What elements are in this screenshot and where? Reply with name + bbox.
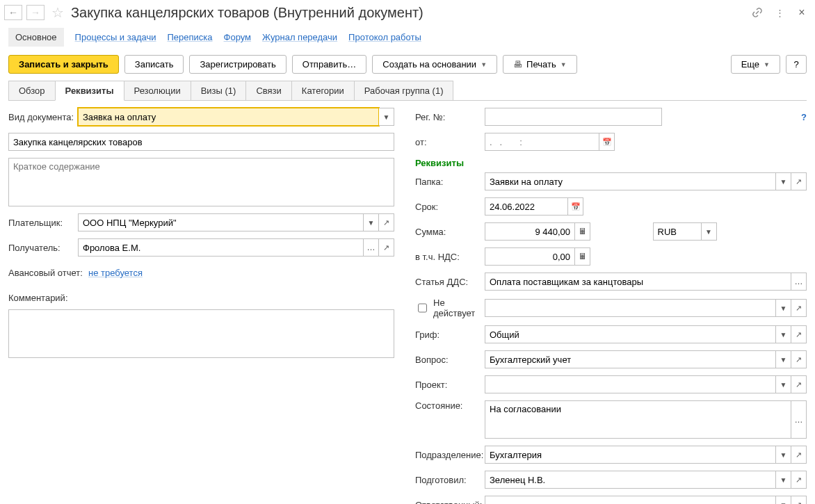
open-button[interactable] bbox=[379, 238, 394, 257]
due-input[interactable] bbox=[485, 197, 568, 216]
save-button[interactable]: Записать bbox=[124, 55, 184, 74]
comment-label: Комментарий: bbox=[8, 293, 78, 303]
calendar-button[interactable] bbox=[599, 133, 615, 151]
tab-resolutions[interactable]: Резолюции bbox=[124, 81, 191, 100]
dropdown-button[interactable]: ▼ bbox=[776, 325, 791, 343]
chevron-down-icon: ▼ bbox=[560, 61, 567, 68]
help-icon[interactable]: ? bbox=[801, 112, 807, 122]
favorite-star-icon[interactable]: ☆ bbox=[51, 4, 64, 21]
question-input[interactable] bbox=[485, 350, 776, 368]
open-button[interactable] bbox=[791, 172, 807, 190]
advance-label: Авансовый отчет: bbox=[8, 268, 88, 278]
grif-input[interactable] bbox=[485, 325, 776, 343]
dept-label: Подразделение: bbox=[415, 450, 485, 460]
help-button[interactable]: ? bbox=[786, 55, 807, 74]
link-icon[interactable] bbox=[751, 6, 764, 19]
navlink-journal[interactable]: Журнал передачи bbox=[262, 32, 337, 42]
doc-type-label: Вид документа: bbox=[8, 112, 78, 122]
folder-label: Папка: bbox=[415, 177, 485, 187]
open-button[interactable] bbox=[791, 471, 807, 489]
create-based-button[interactable]: Создать на основании ▼ bbox=[372, 55, 497, 74]
calculator-button[interactable] bbox=[575, 222, 590, 241]
calendar-button[interactable] bbox=[568, 197, 583, 216]
open-button[interactable] bbox=[791, 375, 807, 393]
nav-back-button[interactable]: ← bbox=[4, 5, 22, 20]
project-label: Проект: bbox=[415, 380, 485, 390]
responsible-input[interactable] bbox=[485, 496, 776, 504]
navlink-main[interactable]: Основное bbox=[8, 28, 64, 47]
dropdown-button[interactable]: ▼ bbox=[364, 213, 379, 231]
inactive-label: Не действует bbox=[433, 298, 485, 318]
dds-label: Статья ДДС: bbox=[415, 277, 485, 287]
navlink-forum[interactable]: Форум bbox=[224, 32, 252, 42]
from-date-input[interactable] bbox=[485, 133, 599, 151]
print-label: Печать bbox=[526, 59, 556, 70]
tab-links[interactable]: Связи bbox=[245, 81, 291, 100]
select-button[interactable] bbox=[791, 273, 807, 291]
send-button[interactable]: Отправить… bbox=[292, 55, 366, 74]
recipient-label: Получатель: bbox=[8, 243, 78, 253]
payer-input[interactable] bbox=[78, 213, 364, 231]
open-button[interactable] bbox=[379, 213, 394, 231]
sum-label: Сумма: bbox=[415, 227, 485, 237]
dropdown-button[interactable]: ▼ bbox=[776, 471, 791, 489]
open-button[interactable] bbox=[791, 446, 807, 464]
navlink-mail[interactable]: Переписка bbox=[168, 32, 213, 42]
project-input[interactable] bbox=[485, 375, 776, 393]
dropdown-button[interactable]: ▼ bbox=[776, 299, 791, 317]
dropdown-button[interactable]: ▼ bbox=[776, 350, 791, 368]
currency-input[interactable] bbox=[653, 222, 702, 241]
tab-requisites[interactable]: Реквизиты bbox=[55, 81, 124, 101]
select-button[interactable] bbox=[364, 238, 379, 257]
open-button[interactable] bbox=[791, 325, 807, 343]
grif-label: Гриф: bbox=[415, 330, 485, 340]
doc-name-input[interactable] bbox=[8, 133, 394, 151]
inactive-checkbox[interactable] bbox=[418, 303, 427, 313]
tab-visas[interactable]: Визы (1) bbox=[191, 81, 247, 100]
dropdown-button[interactable]: ▼ bbox=[776, 172, 791, 190]
folder-input[interactable] bbox=[485, 172, 776, 190]
close-icon[interactable]: × bbox=[796, 6, 808, 19]
more-button[interactable]: Еще ▼ bbox=[731, 55, 780, 74]
select-button[interactable] bbox=[791, 400, 807, 439]
more-label: Еще bbox=[741, 59, 759, 70]
summary-textarea[interactable] bbox=[8, 158, 394, 206]
dept-input[interactable] bbox=[485, 446, 776, 464]
open-button[interactable] bbox=[791, 496, 807, 504]
register-button[interactable]: Зарегистрировать bbox=[189, 55, 286, 74]
kebab-menu-icon[interactable]: ⋮ bbox=[773, 6, 786, 19]
section-requisites: Реквизиты bbox=[415, 158, 807, 168]
dropdown-button[interactable]: ▼ bbox=[776, 446, 791, 464]
tab-workgroup[interactable]: Рабочая группа (1) bbox=[354, 81, 454, 100]
comment-textarea[interactable] bbox=[8, 309, 394, 358]
chevron-down-icon: ▼ bbox=[481, 61, 487, 68]
open-button[interactable] bbox=[791, 299, 807, 317]
navlink-processes[interactable]: Процессы и задачи bbox=[75, 32, 156, 42]
payer-label: Плательщик: bbox=[8, 218, 78, 228]
doc-type-input[interactable] bbox=[78, 108, 379, 126]
open-button[interactable] bbox=[791, 350, 807, 368]
inactive-input[interactable] bbox=[485, 299, 776, 317]
sum-input[interactable] bbox=[485, 222, 575, 241]
chevron-down-icon: ▼ bbox=[764, 61, 770, 68]
calculator-button[interactable] bbox=[575, 247, 590, 266]
dropdown-button[interactable]: ▼ bbox=[776, 496, 791, 504]
recipient-input[interactable] bbox=[78, 238, 364, 257]
reg-no-input[interactable] bbox=[485, 108, 662, 126]
prepared-label: Подготовил: bbox=[415, 475, 485, 485]
advance-link[interactable]: не требуется bbox=[88, 268, 143, 278]
dropdown-button[interactable]: ▼ bbox=[776, 375, 791, 393]
dropdown-button[interactable]: ▼ bbox=[702, 222, 717, 241]
dds-input[interactable] bbox=[485, 273, 791, 291]
state-textarea[interactable] bbox=[485, 400, 791, 439]
nav-forward-button[interactable]: → bbox=[26, 5, 45, 20]
navlink-protocol[interactable]: Протокол работы bbox=[348, 32, 421, 42]
save-close-button[interactable]: Записать и закрыть bbox=[8, 55, 119, 74]
tab-overview[interactable]: Обзор bbox=[8, 81, 56, 100]
vat-input[interactable] bbox=[485, 247, 575, 266]
print-button[interactable]: 🖶 Печать ▼ bbox=[503, 55, 577, 74]
question-label: Вопрос: bbox=[415, 355, 485, 365]
prepared-input[interactable] bbox=[485, 471, 776, 489]
dropdown-button[interactable]: ▼ bbox=[379, 108, 394, 126]
tab-categories[interactable]: Категории bbox=[291, 81, 355, 100]
